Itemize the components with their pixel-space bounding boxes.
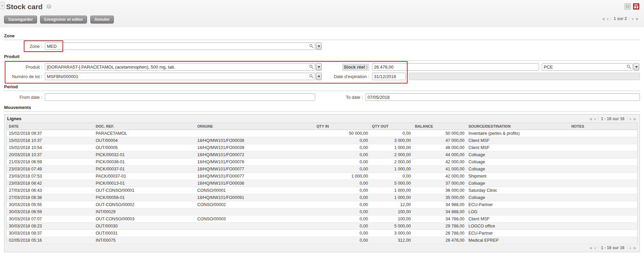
- uom-m2o-widget: [542, 63, 633, 71]
- section-title-zone: Zone: [4, 32, 640, 40]
- table-cell: 34 888,00: [413, 208, 466, 216]
- table-cell: LOG: [466, 208, 569, 216]
- table-cell: 15/02/2018 10:37: [7, 137, 94, 144]
- col-header-origine[interactable]: ORIGINE: [195, 123, 315, 130]
- pager-prev-button[interactable]: ‹: [593, 116, 597, 121]
- pager-first-button[interactable]: «: [601, 16, 606, 21]
- table-cell: 0,00: [315, 194, 370, 201]
- sidebar-expand-toggle[interactable]: »: [0, 2, 5, 9]
- table-cell: 0,00: [315, 201, 370, 208]
- table-cell: [569, 230, 638, 237]
- pager-prev-button[interactable]: ‹: [593, 245, 597, 250]
- table-cell: 18/HQ/MW101/FO00036: [195, 180, 315, 187]
- expiry-input[interactable]: [372, 73, 406, 80]
- table-row[interactable]: 30/03/2018 05:55OUT-CONSO/00002CONSO/000…: [7, 201, 638, 208]
- uom-input[interactable]: [542, 63, 633, 71]
- lot-m2o-widget: [45, 73, 315, 80]
- table-cell: 18/HQ/MW101/FO00091: [195, 194, 315, 201]
- table-row[interactable]: 15/02/2018 10:37OUT/0000418/HQ/MW101/FO0…: [7, 137, 638, 144]
- search-icon[interactable]: [309, 64, 314, 69]
- col-header-notes[interactable]: NOTES: [569, 123, 638, 130]
- col-header-qty-out[interactable]: QTY OUT: [370, 123, 413, 130]
- table-row[interactable]: 20/03/2018 10:37PICK/00032-0118/HQ/MW101…: [7, 151, 638, 159]
- uom-dropdown-button[interactable]: [633, 63, 639, 71]
- table-row[interactable]: 23/03/2018 07:53PACK/00037-0118/HQ/MW101…: [7, 173, 638, 180]
- table-row[interactable]: 30/03/2018 08:37OUT/000310,003 000,0026 …: [7, 230, 638, 237]
- table-row[interactable]: 23/03/2018 07:49PICK/00037-0118/HQ/MW101…: [7, 166, 638, 173]
- pager-next-button[interactable]: ›: [629, 116, 632, 121]
- lines-panel-header: Lignes « ‹ 1 - 16 sur 16 › »: [4, 114, 640, 123]
- table-cell: [569, 216, 638, 223]
- stock-reel-label-cell: Stock réel :: [325, 64, 372, 70]
- search-icon[interactable]: [309, 74, 314, 78]
- save-and-edit-button[interactable]: Enregistrer et editer: [40, 16, 87, 23]
- produit-dropdown-button[interactable]: [316, 63, 322, 71]
- table-cell: 23/03/2018 08:42: [7, 180, 94, 187]
- pager-first-button[interactable]: «: [589, 245, 593, 250]
- table-row[interactable]: 23/03/2018 08:42PICK/00013-0118/HQ/MW101…: [7, 180, 638, 187]
- table-row[interactable]: 27/03/2018 06:43OUT-CONSO/00001CONSO/000…: [7, 187, 638, 194]
- col-header-balance[interactable]: BALANCE: [413, 123, 466, 130]
- pager-separator: [630, 17, 630, 21]
- to-date-input[interactable]: [365, 93, 640, 101]
- table-cell: 3 000,00: [370, 230, 413, 237]
- col-header-qty-in[interactable]: QTY IN: [315, 123, 370, 130]
- table-cell: OUT/00004: [94, 137, 195, 144]
- table-cell: Shipment: [466, 173, 569, 180]
- table-row[interactable]: 27/03/2018 08:38PICK/00056-0118/HQ/MW101…: [7, 194, 638, 201]
- table-cell: 34 788,00: [413, 216, 466, 223]
- table-cell: 30/03/2018 05:55: [7, 201, 94, 208]
- table-row[interactable]: 30/03/2018 08:23OUT/000300,005 000,0029 …: [7, 223, 638, 230]
- pager-last-button[interactable]: »: [632, 116, 637, 121]
- table-cell: 26 476,00: [413, 237, 466, 244]
- zone-dropdown-button[interactable]: [316, 42, 322, 50]
- table-header-row: DATE DOC. REF. ORIGINE QTY IN QTY OUT BA…: [7, 123, 638, 130]
- table-row[interactable]: 15/02/2018 09:37PARACETAMOL50 000,000,00…: [7, 130, 638, 137]
- col-header-source-destination[interactable]: SOURCE/DESTINATION: [466, 123, 569, 130]
- lines-panel: Lignes « ‹ 1 - 16 sur 16 › » DATE DOC. R…: [4, 114, 640, 252]
- table-cell: 18/HQ/MW101/FO00077: [195, 173, 315, 180]
- cancel-button[interactable]: Annuler: [90, 16, 114, 23]
- table-cell: 36 000,00: [413, 187, 466, 194]
- to-date-label: To date :: [319, 95, 365, 100]
- pager-prev-button[interactable]: ‹: [606, 16, 610, 21]
- col-header-doc-ref[interactable]: DOC. REF.: [94, 123, 195, 130]
- table-cell: [569, 166, 638, 173]
- lot-input[interactable]: [45, 73, 315, 80]
- help-icon[interactable]: ?: [47, 4, 51, 9]
- zone-input[interactable]: [45, 42, 315, 50]
- pager-last-button[interactable]: »: [632, 245, 637, 250]
- table-cell: [569, 144, 638, 151]
- table-cell: OUT/00005: [94, 144, 195, 151]
- pager-next-button[interactable]: ›: [629, 245, 632, 250]
- table-row[interactable]: 21/03/2018 06:59PICK/00036-0118/HQ/MW101…: [7, 159, 638, 166]
- lot-dropdown-button[interactable]: [316, 73, 322, 80]
- pager-next-button[interactable]: ›: [631, 16, 635, 21]
- table-row[interactable]: 30/03/2018 07:07OUT-CONSO/00003CONSO/000…: [7, 216, 638, 223]
- list-view-icon[interactable]: [625, 3, 631, 10]
- table-row[interactable]: 02/05/2018 05:16INT/000750,00312,0026 47…: [7, 237, 638, 244]
- stock-reel-input[interactable]: [372, 63, 539, 71]
- pager-first-button[interactable]: «: [589, 116, 593, 121]
- table-cell: [569, 180, 638, 187]
- table-row[interactable]: 30/03/2018 06:59INT/000290,00100,0034 88…: [7, 208, 638, 216]
- table-row[interactable]: 15/02/2018 10:54OUT/0000518/HQ/MW101/FO0…: [7, 144, 638, 151]
- save-button[interactable]: Sauvegarder: [4, 16, 37, 23]
- table-cell: 27/03/2018 06:43: [7, 187, 94, 194]
- search-icon[interactable]: [627, 64, 631, 69]
- form-view-icon-active[interactable]: [633, 3, 639, 10]
- table-cell: 27/03/2018 08:38: [7, 194, 94, 201]
- table-cell: 2 000,00: [370, 159, 413, 166]
- table-cell: 3 000,00: [370, 137, 413, 144]
- toolbar: Sauvegarder Enregistrer et editer Annule…: [0, 14, 644, 27]
- table-cell: 21/03/2018 06:59: [7, 159, 94, 166]
- lot-label: Numéro de lot :: [4, 74, 45, 79]
- table-cell: INT/00029: [94, 208, 195, 216]
- col-header-date[interactable]: DATE: [7, 123, 94, 130]
- produit-input[interactable]: [45, 63, 315, 71]
- table-cell: Client MSF: [466, 137, 569, 144]
- table-cell: 0,00: [315, 216, 370, 223]
- pager-last-button[interactable]: »: [634, 16, 639, 21]
- from-date-input[interactable]: [45, 93, 315, 101]
- search-icon[interactable]: [309, 44, 314, 48]
